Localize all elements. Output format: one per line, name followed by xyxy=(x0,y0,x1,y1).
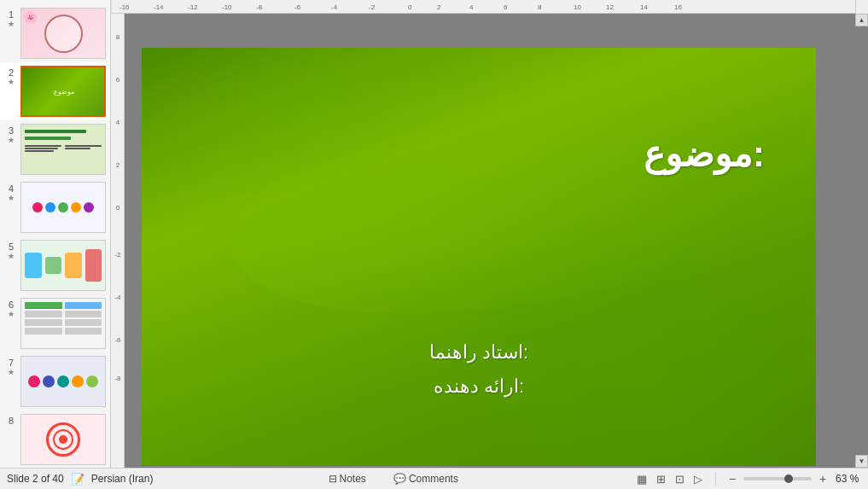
slide-canvas[interactable]: :موضوع :استاد راهنما :ارائه دهنده xyxy=(142,48,816,466)
slide-instructor-text[interactable]: :استاد راهنما xyxy=(429,341,528,364)
svg-text:0: 0 xyxy=(408,3,412,11)
slide-number-2: 2 xyxy=(9,67,14,78)
slide-item-1[interactable]: 1 ★ 🌸 xyxy=(0,4,110,62)
presenter-view-button[interactable]: ▷ xyxy=(690,471,707,486)
notes-button[interactable]: ⊟ Notes xyxy=(323,471,371,486)
svg-text:16: 16 xyxy=(674,3,682,11)
slide-thumb-8 xyxy=(21,415,105,464)
slide-star-6: ★ xyxy=(8,310,15,318)
slide-subject-text[interactable]: :موضوع xyxy=(644,133,765,175)
slide-item-6[interactable]: 6 ★ xyxy=(0,294,110,352)
slide-thumb-wrapper-5 xyxy=(20,240,106,291)
view-icons: ▦ ⊞ ⊡ ▷ xyxy=(633,471,707,486)
ruler-corner xyxy=(855,0,868,14)
svg-text:0: 0 xyxy=(116,204,120,212)
zoom-percent: 63 % xyxy=(836,473,861,485)
slide-thumb-wrapper-8 xyxy=(20,414,106,465)
slide-number-6: 6 xyxy=(9,300,14,310)
svg-text:6: 6 xyxy=(116,76,120,84)
slide-item-3[interactable]: 3 ★ xyxy=(0,120,110,178)
zoom-out-button[interactable]: − xyxy=(725,471,740,486)
slide-star-4: ★ xyxy=(8,194,15,202)
canvas-inner: -16 -14 -12 -10 -8 -6 -4 -2 0 2 4 6 8 10… xyxy=(111,0,868,468)
svg-text:10: 10 xyxy=(574,3,581,11)
comments-icon-btn: 💬 xyxy=(393,473,406,485)
slide-star-1: ★ xyxy=(8,20,15,28)
ruler-v-svg: 8 6 4 2 0 -2 -4 -6 -8 xyxy=(111,14,125,468)
svg-text:-10: -10 xyxy=(222,3,232,11)
slide-panel: 1 ★ 🌸 2 ★ موضوع: xyxy=(0,0,111,468)
slide-presenter-text[interactable]: :ارائه دهنده xyxy=(434,375,524,398)
slide-number-3: 3 xyxy=(9,125,14,136)
svg-text:6: 6 xyxy=(504,3,508,11)
zoom-thumb[interactable] xyxy=(784,474,793,483)
reading-view-button[interactable]: ⊡ xyxy=(671,471,688,486)
zoom-track[interactable] xyxy=(743,477,812,480)
svg-text:4: 4 xyxy=(116,119,120,126)
slide-thumb-7 xyxy=(21,357,105,406)
slide-thumb-wrapper-6 xyxy=(20,298,106,349)
scroll-up-arrow[interactable]: ▲ xyxy=(855,14,868,26)
scroll-down-arrow[interactable]: ▼ xyxy=(855,455,868,468)
svg-text:-8: -8 xyxy=(114,375,121,382)
svg-text:-14: -14 xyxy=(154,3,164,11)
zoom-slider: − + xyxy=(725,471,830,486)
language-indicator: Persian (Iran) xyxy=(91,473,154,485)
ruler-h-svg: -16 -14 -12 -10 -8 -6 -4 -2 0 2 4 6 8 10… xyxy=(111,0,868,14)
slide-number-5: 5 xyxy=(9,242,14,252)
slide-thumb-wrapper-2: موضوع: xyxy=(20,66,106,117)
slide-number-1: 1 xyxy=(9,9,14,20)
slide-item-5[interactable]: 5 ★ xyxy=(0,236,110,294)
slide-thumb-wrapper-4 xyxy=(20,182,106,233)
slide-star-5: ★ xyxy=(8,252,15,260)
svg-text:-16: -16 xyxy=(119,3,130,11)
svg-text:-6: -6 xyxy=(294,3,301,11)
slide-thumb-1: 🌸 xyxy=(21,9,105,58)
slide-thumb-2: موضوع: xyxy=(22,67,104,115)
slide-thumb-3 xyxy=(21,125,105,174)
slide-item-2[interactable]: 2 ★ موضوع: xyxy=(0,62,110,120)
slide-number-7: 7 xyxy=(9,358,14,368)
ruler-vertical: 8 6 4 2 0 -2 -4 -6 -8 xyxy=(111,14,125,468)
thumb-2-text: موضوع: xyxy=(49,84,78,99)
slide-item-4[interactable]: 4 ★ xyxy=(0,178,110,236)
svg-text:8: 8 xyxy=(538,3,542,11)
svg-text:-12: -12 xyxy=(188,3,198,11)
floral-decoration: 🌸 xyxy=(23,10,38,24)
svg-text:4: 4 xyxy=(469,3,474,11)
slide-item-7[interactable]: 7 ★ xyxy=(0,352,110,410)
canvas-scroll-area[interactable]: :موضوع :استاد راهنما :ارائه دهنده ▲ ▼ xyxy=(125,14,868,468)
ruler-horizontal: -16 -14 -12 -10 -8 -6 -4 -2 0 2 4 6 8 10… xyxy=(111,0,868,14)
main-area: 1 ★ 🌸 2 ★ موضوع: xyxy=(0,0,868,468)
svg-text:-6: -6 xyxy=(114,336,121,344)
normal-view-button[interactable]: ▦ xyxy=(633,471,650,486)
slide-thumb-wrapper-3 xyxy=(20,124,106,175)
svg-text:-2: -2 xyxy=(114,251,121,259)
slide-star-7: ★ xyxy=(8,368,15,376)
svg-text:8: 8 xyxy=(116,33,120,41)
notes-icon-btn: ⊟ xyxy=(329,473,337,485)
slide-thumb-6 xyxy=(21,299,105,348)
svg-text:-8: -8 xyxy=(256,3,263,11)
slide-thumb-4 xyxy=(21,183,105,232)
thumb-circle xyxy=(44,15,83,53)
zoom-in-button[interactable]: + xyxy=(815,471,830,486)
slide-info: Slide 2 of 40 xyxy=(7,473,64,485)
slide-sorter-button[interactable]: ⊞ xyxy=(652,471,669,486)
notes-icon[interactable]: 📝 xyxy=(71,473,84,486)
slide-number-4: 4 xyxy=(9,183,14,194)
svg-text:2: 2 xyxy=(437,3,441,11)
slide-item-8[interactable]: 8 xyxy=(0,410,110,468)
slide-thumb-wrapper-1: 🌸 xyxy=(20,8,106,59)
canvas-container: -16 -14 -12 -10 -8 -6 -4 -2 0 2 4 6 8 10… xyxy=(111,0,868,468)
slide-number-8: 8 xyxy=(9,416,14,426)
slide-star-3: ★ xyxy=(8,136,15,144)
svg-text:-4: -4 xyxy=(114,294,121,301)
slide-thumb-wrapper-7 xyxy=(20,356,106,407)
svg-text:-4: -4 xyxy=(331,3,338,11)
svg-text:2: 2 xyxy=(116,161,120,169)
svg-text:-2: -2 xyxy=(369,3,376,11)
svg-text:12: 12 xyxy=(606,3,614,11)
comments-button[interactable]: 💬 Comments xyxy=(388,471,463,486)
slide-star-2: ★ xyxy=(8,78,15,86)
